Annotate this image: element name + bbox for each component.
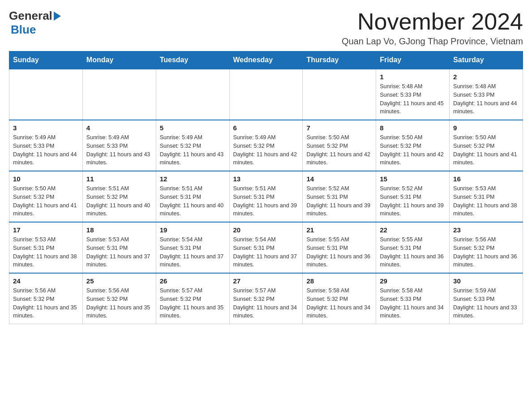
calendar-cell: 1Sunrise: 5:48 AMSunset: 5:33 PMDaylight…: [376, 69, 450, 120]
day-info: Sunrise: 5:53 AMSunset: 5:31 PMDaylight:…: [13, 235, 79, 269]
day-header-saturday: Saturday: [450, 51, 523, 69]
day-number: 21: [306, 226, 372, 234]
day-number: 12: [160, 175, 226, 183]
calendar-week-3: 10Sunrise: 5:50 AMSunset: 5:32 PMDayligh…: [9, 171, 523, 222]
calendar-cell: 4Sunrise: 5:49 AMSunset: 5:33 PMDaylight…: [82, 120, 156, 171]
day-header-thursday: Thursday: [303, 51, 376, 69]
calendar-cell: [229, 69, 303, 120]
calendar-cell: 10Sunrise: 5:50 AMSunset: 5:32 PMDayligh…: [9, 171, 83, 222]
calendar-cell: 5Sunrise: 5:49 AMSunset: 5:32 PMDaylight…: [156, 120, 229, 171]
day-info: Sunrise: 5:49 AMSunset: 5:33 PMDaylight:…: [13, 133, 79, 167]
calendar-cell: 14Sunrise: 5:52 AMSunset: 5:31 PMDayligh…: [303, 171, 376, 222]
day-info: Sunrise: 5:56 AMSunset: 5:32 PMDaylight:…: [13, 287, 79, 320]
day-number: 23: [453, 226, 519, 234]
location-subtitle: Quan Lap Vo, GJong Thap Province, Vietna…: [342, 36, 523, 47]
day-info: Sunrise: 5:55 AMSunset: 5:31 PMDaylight:…: [380, 235, 446, 269]
day-number: 26: [160, 277, 226, 285]
day-info: Sunrise: 5:50 AMSunset: 5:32 PMDaylight:…: [13, 184, 79, 218]
day-info: Sunrise: 5:58 AMSunset: 5:32 PMDaylight:…: [306, 287, 372, 320]
day-number: 25: [86, 277, 152, 285]
calendar-week-2: 3Sunrise: 5:49 AMSunset: 5:33 PMDaylight…: [9, 120, 523, 171]
calendar-cell: 27Sunrise: 5:57 AMSunset: 5:32 PMDayligh…: [229, 273, 303, 324]
title-area: November 2024 Quan Lap Vo, GJong Thap Pr…: [342, 9, 523, 47]
calendar-cell: 12Sunrise: 5:51 AMSunset: 5:31 PMDayligh…: [156, 171, 229, 222]
calendar-cell: 20Sunrise: 5:54 AMSunset: 5:31 PMDayligh…: [229, 222, 303, 273]
day-number: 18: [86, 226, 152, 234]
calendar-cell: 9Sunrise: 5:50 AMSunset: 5:32 PMDaylight…: [450, 120, 523, 171]
day-header-monday: Monday: [82, 51, 156, 69]
calendar-header-row: SundayMondayTuesdayWednesdayThursdayFrid…: [9, 51, 523, 69]
day-info: Sunrise: 5:51 AMSunset: 5:31 PMDaylight:…: [233, 184, 299, 218]
day-number: 6: [233, 124, 299, 132]
day-number: 20: [233, 226, 299, 234]
calendar-table: SundayMondayTuesdayWednesdayThursdayFrid…: [9, 51, 523, 324]
page-header: General Blue November 2024 Quan Lap Vo, …: [9, 9, 523, 47]
day-info: Sunrise: 5:53 AMSunset: 5:31 PMDaylight:…: [86, 235, 152, 269]
day-info: Sunrise: 5:51 AMSunset: 5:32 PMDaylight:…: [86, 184, 152, 218]
day-info: Sunrise: 5:56 AMSunset: 5:32 PMDaylight:…: [86, 287, 152, 320]
day-number: 3: [13, 124, 79, 132]
day-info: Sunrise: 5:51 AMSunset: 5:31 PMDaylight:…: [160, 184, 226, 218]
day-header-friday: Friday: [376, 51, 450, 69]
calendar-cell: 17Sunrise: 5:53 AMSunset: 5:31 PMDayligh…: [9, 222, 83, 273]
calendar-cell: 15Sunrise: 5:52 AMSunset: 5:31 PMDayligh…: [376, 171, 450, 222]
day-number: 16: [453, 175, 519, 183]
calendar-cell: 22Sunrise: 5:55 AMSunset: 5:31 PMDayligh…: [376, 222, 450, 273]
day-info: Sunrise: 5:55 AMSunset: 5:31 PMDaylight:…: [306, 235, 372, 269]
day-info: Sunrise: 5:50 AMSunset: 5:32 PMDaylight:…: [306, 133, 372, 167]
day-info: Sunrise: 5:48 AMSunset: 5:33 PMDaylight:…: [380, 82, 446, 116]
day-info: Sunrise: 5:58 AMSunset: 5:33 PMDaylight:…: [380, 287, 446, 320]
day-info: Sunrise: 5:48 AMSunset: 5:33 PMDaylight:…: [453, 82, 519, 116]
calendar-cell: 3Sunrise: 5:49 AMSunset: 5:33 PMDaylight…: [9, 120, 83, 171]
day-number: 11: [86, 175, 152, 183]
day-header-sunday: Sunday: [9, 51, 83, 69]
day-number: 9: [453, 124, 519, 132]
day-header-wednesday: Wednesday: [229, 51, 303, 69]
day-number: 14: [306, 175, 372, 183]
day-number: 13: [233, 175, 299, 183]
calendar-cell: 8Sunrise: 5:50 AMSunset: 5:32 PMDaylight…: [376, 120, 450, 171]
day-number: 15: [380, 175, 446, 183]
calendar-cell: 26Sunrise: 5:57 AMSunset: 5:32 PMDayligh…: [156, 273, 229, 324]
day-info: Sunrise: 5:49 AMSunset: 5:32 PMDaylight:…: [233, 133, 299, 167]
calendar-cell: 24Sunrise: 5:56 AMSunset: 5:32 PMDayligh…: [9, 273, 83, 324]
calendar-cell: 6Sunrise: 5:49 AMSunset: 5:32 PMDaylight…: [229, 120, 303, 171]
logo-general-text: General: [9, 9, 52, 23]
calendar-week-1: 1Sunrise: 5:48 AMSunset: 5:33 PMDaylight…: [9, 69, 523, 120]
calendar-cell: [82, 69, 156, 120]
day-number: 29: [380, 277, 446, 285]
day-number: 8: [380, 124, 446, 132]
day-number: 5: [160, 124, 226, 132]
day-number: 17: [13, 226, 79, 234]
logo: General Blue: [9, 9, 61, 37]
calendar-cell: [156, 69, 229, 120]
day-info: Sunrise: 5:57 AMSunset: 5:32 PMDaylight:…: [160, 287, 226, 320]
calendar-cell: 30Sunrise: 5:59 AMSunset: 5:33 PMDayligh…: [450, 273, 523, 324]
day-info: Sunrise: 5:54 AMSunset: 5:31 PMDaylight:…: [233, 235, 299, 269]
day-number: 24: [13, 277, 79, 285]
calendar-cell: 23Sunrise: 5:56 AMSunset: 5:32 PMDayligh…: [450, 222, 523, 273]
calendar-cell: 28Sunrise: 5:58 AMSunset: 5:32 PMDayligh…: [303, 273, 376, 324]
calendar-cell: 7Sunrise: 5:50 AMSunset: 5:32 PMDaylight…: [303, 120, 376, 171]
calendar-cell: 25Sunrise: 5:56 AMSunset: 5:32 PMDayligh…: [82, 273, 156, 324]
day-number: 1: [380, 73, 446, 81]
day-info: Sunrise: 5:50 AMSunset: 5:32 PMDaylight:…: [453, 133, 519, 167]
calendar-week-5: 24Sunrise: 5:56 AMSunset: 5:32 PMDayligh…: [9, 273, 523, 324]
calendar-cell: 18Sunrise: 5:53 AMSunset: 5:31 PMDayligh…: [82, 222, 156, 273]
day-info: Sunrise: 5:49 AMSunset: 5:33 PMDaylight:…: [86, 133, 152, 167]
logo-blue-text: Blue: [11, 23, 36, 36]
day-number: 4: [86, 124, 152, 132]
day-info: Sunrise: 5:52 AMSunset: 5:31 PMDaylight:…: [380, 184, 446, 218]
calendar-cell: 19Sunrise: 5:54 AMSunset: 5:31 PMDayligh…: [156, 222, 229, 273]
day-number: 19: [160, 226, 226, 234]
day-info: Sunrise: 5:53 AMSunset: 5:31 PMDaylight:…: [453, 184, 519, 218]
calendar-cell: [9, 69, 83, 120]
day-header-tuesday: Tuesday: [156, 51, 229, 69]
day-number: 30: [453, 277, 519, 285]
calendar-week-4: 17Sunrise: 5:53 AMSunset: 5:31 PMDayligh…: [9, 222, 523, 273]
day-info: Sunrise: 5:50 AMSunset: 5:32 PMDaylight:…: [380, 133, 446, 167]
calendar-cell: 16Sunrise: 5:53 AMSunset: 5:31 PMDayligh…: [450, 171, 523, 222]
calendar-cell: [303, 69, 376, 120]
day-number: 22: [380, 226, 446, 234]
day-number: 2: [453, 73, 519, 81]
